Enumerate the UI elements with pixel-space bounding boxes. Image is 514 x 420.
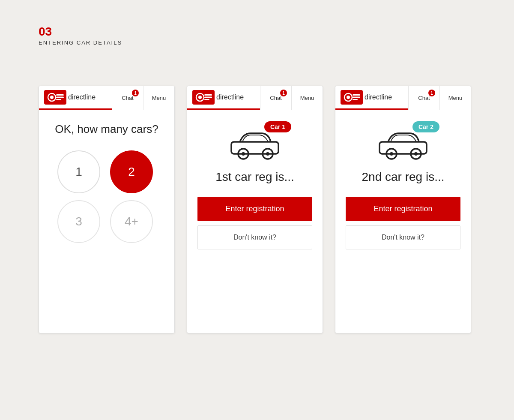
nav-logo-2: directline: [187, 86, 260, 110]
enter-registration-button-3[interactable]: Enter registration: [346, 197, 460, 221]
brand-name-3: directline: [365, 93, 392, 101]
nav-bar-2: directline 1 Chat Menu: [187, 86, 323, 110]
screen-3-content: Car 2 2nd car reg is... Enter registrati…: [335, 110, 471, 333]
menu-label-3: Menu: [448, 95, 463, 101]
car-icon-wrapper-2: Car 1: [227, 126, 283, 162]
dont-know-button-2[interactable]: Don't know it?: [197, 225, 312, 249]
chat-button-3[interactable]: 1 Chat: [409, 86, 439, 110]
step-number: 03: [39, 26, 122, 38]
svg-rect-5: [56, 99, 61, 100]
count-option-2[interactable]: 2: [110, 150, 153, 193]
screens-container: directline 1 Chat Menu OK, how many cars…: [39, 86, 471, 333]
question-text: OK, how many cars?: [55, 122, 158, 137]
logo-icon-1: directline: [44, 90, 107, 105]
svg-rect-10: [204, 97, 212, 98]
car-subtitle-3: 2nd car reg is...: [362, 170, 445, 184]
chat-label-1: Chat: [122, 95, 133, 101]
screen-2-content: Car 1 1st car reg is... Enter registrati…: [187, 110, 323, 333]
svg-rect-11: [204, 99, 209, 100]
count-option-3[interactable]: 3: [57, 200, 100, 243]
car-subtitle-2: 1st car reg is...: [215, 170, 294, 184]
screen-1-frame: directline 1 Chat Menu OK, how many cars…: [39, 86, 175, 333]
count-label-1: 1: [75, 165, 82, 179]
nav-logo-3: directline: [335, 86, 408, 110]
svg-rect-9: [204, 94, 212, 96]
menu-label-2: Menu: [300, 95, 314, 101]
screen-1-content: OK, how many cars? 1 2 3 4+: [39, 110, 174, 333]
menu-button-3[interactable]: Menu: [440, 86, 471, 110]
directline-logo-icon-1: [44, 90, 66, 105]
nav-bar-1: directline 1 Chat Menu: [39, 86, 174, 110]
directline-logo-icon-2: [192, 90, 215, 105]
svg-rect-3: [56, 94, 64, 96]
logo-icon-3: directline: [341, 90, 403, 105]
svg-rect-21: [353, 97, 360, 98]
svg-rect-22: [353, 99, 358, 100]
svg-rect-4: [56, 97, 64, 98]
count-option-4plus[interactable]: 4+: [110, 200, 153, 243]
svg-point-16: [266, 152, 269, 156]
chat-badge-1: 1: [132, 90, 139, 96]
screen-2-frame: directline 1 Chat Menu: [187, 86, 323, 333]
count-label-4plus: 4+: [125, 215, 138, 228]
svg-point-2: [50, 96, 54, 99]
menu-label-1: Menu: [152, 95, 166, 101]
chat-badge-3: 1: [428, 90, 435, 96]
number-grid: 1 2 3 4+: [57, 150, 156, 243]
brand-name-1: directline: [68, 93, 96, 101]
svg-point-25: [390, 152, 393, 156]
chat-badge-2: 1: [280, 90, 287, 96]
chat-button-2[interactable]: 1 Chat: [260, 86, 291, 110]
page-header: 03 ENTERING CAR DETAILS: [39, 26, 122, 46]
chat-label-3: Chat: [418, 95, 430, 101]
car-badge-3: Car 2: [412, 121, 439, 132]
directline-logo-icon-3: [341, 90, 363, 105]
svg-point-14: [242, 152, 245, 156]
svg-point-8: [198, 96, 202, 99]
enter-registration-button-2[interactable]: Enter registration: [197, 197, 312, 221]
menu-button-1[interactable]: Menu: [143, 86, 174, 110]
nav-logo-1: directline: [39, 86, 112, 110]
svg-rect-20: [353, 94, 360, 96]
nav-bar-3: directline 1 Chat Menu: [335, 86, 471, 110]
dont-know-button-3[interactable]: Don't know it?: [346, 225, 460, 249]
screen-3-frame: directline 1 Chat Menu: [335, 86, 471, 333]
count-label-2: 2: [128, 165, 135, 179]
car-icon-wrapper-3: Car 2: [375, 126, 431, 162]
brand-name-2: directline: [216, 93, 244, 101]
car-badge-2: Car 1: [264, 121, 291, 132]
count-option-1[interactable]: 1: [57, 150, 100, 193]
menu-button-2[interactable]: Menu: [292, 86, 323, 110]
svg-point-27: [414, 152, 418, 156]
count-label-3: 3: [75, 215, 82, 228]
svg-point-19: [347, 96, 350, 99]
step-title: ENTERING CAR DETAILS: [39, 39, 122, 46]
chat-button-1[interactable]: 1 Chat: [112, 86, 143, 110]
chat-label-2: Chat: [270, 95, 281, 101]
logo-icon-2: directline: [192, 90, 255, 105]
